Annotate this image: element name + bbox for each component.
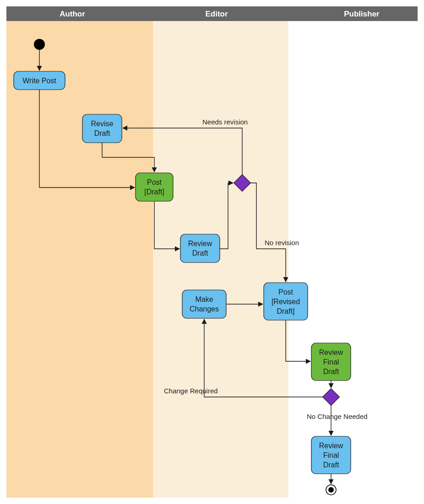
svg-rect-2 (136, 173, 173, 201)
node-review-final: Review Final Draft (311, 343, 351, 381)
node-review-final-2: Review Final Draft (311, 436, 351, 474)
edge-needs-revision-label: Needs revision (202, 118, 248, 126)
node-make-changes-label1: Make (195, 295, 213, 303)
start-node (34, 39, 45, 50)
node-revise-draft-label1: Revise (91, 120, 114, 128)
node-post-revised-label1: Post (278, 288, 294, 296)
node-post-revised-label3: Draft] (277, 307, 294, 315)
node-review-final-label2: Final (323, 358, 339, 366)
lane-editor-label: Editor (205, 10, 228, 18)
edge-no-change-needed-label: No Change Needed (307, 413, 368, 420)
node-post-draft-label1: Post (147, 178, 162, 186)
edge-change-required-label: Change Required (164, 387, 218, 395)
node-review-draft-label2: Draft (192, 249, 208, 257)
node-review-final2-label3: Draft (323, 461, 339, 469)
node-revise-draft-label2: Draft (94, 129, 110, 137)
node-review-draft-label1: Review (188, 240, 212, 247)
node-write-post: Write Post (14, 71, 65, 90)
node-review-final-label1: Review (319, 349, 343, 356)
svg-point-11 (328, 487, 334, 493)
lane-author-bg (6, 21, 153, 498)
svg-rect-5 (182, 290, 226, 318)
swimlane-diagram: Author Editor Publisher Write Post Revis… (0, 0, 424, 504)
lane-publisher-label: Publisher (344, 10, 380, 18)
lane-publisher-bg (288, 21, 418, 498)
edge-no-revision-label: No revision (265, 239, 299, 247)
node-make-changes-label2: Changes (190, 305, 219, 313)
node-review-final2-label1: Review (319, 442, 343, 450)
node-revise-draft: Revise Draft (82, 114, 122, 143)
node-review-draft: Review Draft (180, 234, 220, 263)
lane-editor-bg (153, 21, 288, 498)
node-make-changes: Make Changes (182, 290, 226, 318)
node-post-draft: Post [Draft] (136, 173, 173, 201)
node-write-post-label: Write Post (22, 77, 56, 85)
node-post-draft-label2: [Draft] (144, 188, 164, 196)
node-review-final2-label2: Final (323, 451, 339, 459)
node-post-revised: Post [Revised Draft] (264, 283, 308, 320)
svg-rect-1 (82, 114, 122, 143)
lane-author-label: Author (60, 10, 85, 18)
svg-rect-3 (180, 234, 220, 263)
node-post-revised-label2: [Revised (272, 298, 300, 306)
node-review-final-label3: Draft (323, 368, 339, 375)
